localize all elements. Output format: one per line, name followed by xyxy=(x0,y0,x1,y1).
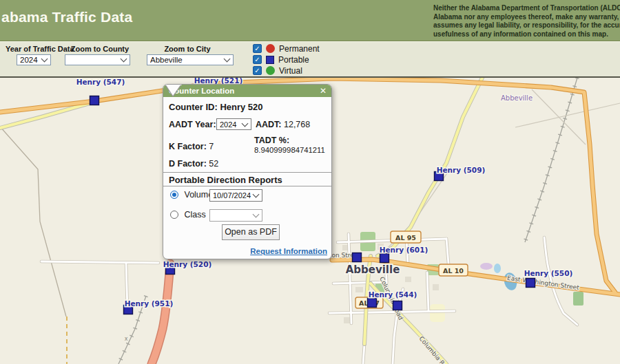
divider xyxy=(163,172,331,173)
legend-row-virtual: ✓ Virtual xyxy=(253,66,302,75)
chevron-down-icon xyxy=(253,191,260,198)
portable-label: Portable xyxy=(278,55,309,65)
counter-id-value: Henry 520 xyxy=(220,102,262,112)
class-radio[interactable] xyxy=(170,211,178,219)
class-select[interactable] xyxy=(209,209,262,222)
chevron-down-icon xyxy=(242,120,249,127)
marker-henry-601-b[interactable] xyxy=(380,254,389,263)
marker-henry-550[interactable] xyxy=(526,279,535,288)
chevron-down-icon xyxy=(253,211,260,218)
toolbar: Year of Traffic Data 2024 Zoom to County… xyxy=(0,41,620,78)
virtual-checkbox[interactable]: ✓ xyxy=(253,66,262,75)
divider xyxy=(163,186,331,186)
page-title: abama Traffic Data xyxy=(1,9,132,25)
k-factor-row: K Factor: 7 xyxy=(169,142,214,151)
request-information-link[interactable]: Request Information xyxy=(250,247,327,255)
disclaimer-line: usefulness of any information contained … xyxy=(433,30,620,39)
permanent-checkbox[interactable]: ✓ xyxy=(253,44,262,53)
class-row: Class xyxy=(170,210,206,220)
aadt-label: AADT: xyxy=(256,120,282,129)
legend-row-portable: ✓ Portable xyxy=(253,55,309,64)
road-label-columbia-road: Columbia Road xyxy=(417,335,453,364)
highway xyxy=(152,264,170,364)
counter-location-popup: Counter Location ✕ Counter ID: Henry 520… xyxy=(163,84,332,259)
popup-tail xyxy=(163,85,184,97)
marker-henry-601-a[interactable] xyxy=(353,253,362,262)
city-label-abbeville-small: Abbeville xyxy=(501,94,533,102)
shield-al-95: AL 95 xyxy=(395,234,416,242)
city-label-abbeville: Abbeville xyxy=(346,264,400,276)
zoom-to-city-label: Zoom to City xyxy=(153,45,222,53)
aadt-year-select[interactable]: 2024 xyxy=(216,118,251,130)
railroad-crossing-mark: x xyxy=(125,336,128,342)
permanent-label: Permanent xyxy=(279,44,320,54)
d-factor-value: 52 xyxy=(209,159,218,169)
k-factor-label: K Factor: xyxy=(169,142,207,151)
chevron-down-icon xyxy=(224,56,231,63)
site-label-henry-544: Henry (544) xyxy=(369,290,417,299)
boundary-line xyxy=(0,127,66,317)
close-icon[interactable]: ✕ xyxy=(320,85,327,97)
marker-henry-547[interactable] xyxy=(90,96,99,105)
city-select[interactable]: Abbeville xyxy=(147,54,234,65)
shield-al-10: AL 10 xyxy=(443,267,464,275)
site-label-henry-951: Henry (951) xyxy=(125,299,174,308)
portable-marker-icon xyxy=(266,56,274,64)
site-label-henry-550: Henry (550) xyxy=(524,269,573,277)
marker-henry-544-a[interactable] xyxy=(368,299,377,308)
volume-label: Volume xyxy=(184,190,213,200)
volume-radio[interactable] xyxy=(170,191,178,199)
tadt-label: TADT %: xyxy=(254,136,289,145)
section-title: Portable Direction Reports xyxy=(169,175,282,185)
volume-row: Volume xyxy=(170,190,213,200)
site-label-henry-547: Henry (547) xyxy=(76,78,125,86)
chevron-down-icon xyxy=(121,56,127,63)
disclaimer-line: assumes any legal liability, or responsi… xyxy=(433,21,620,30)
county-select[interactable] xyxy=(65,54,130,65)
k-factor-value: 7 xyxy=(209,142,214,151)
d-factor-row: D Factor: 52 xyxy=(169,159,218,169)
tadt-value: 8.940999984741211 xyxy=(254,146,325,154)
aadt-row: AADT: 12,768 xyxy=(256,120,310,129)
site-label-henry-520: Henry (520) xyxy=(163,260,212,268)
year-of-traffic-data-label: Year of Traffic Data xyxy=(6,45,74,53)
class-label: Class xyxy=(184,210,205,220)
open-as-pdf-button[interactable]: Open as PDF xyxy=(222,224,280,240)
alabama-traffic-data-app: abama Traffic Data Neither the Alabama D… xyxy=(0,0,620,364)
disclaimer-text: Neither the Alabama Department of Transp… xyxy=(433,4,620,39)
counter-id-row: Counter ID: Henry 520 xyxy=(169,102,263,112)
aadt-year-label: AADT Year: xyxy=(169,120,216,129)
portable-checkbox[interactable]: ✓ xyxy=(253,55,262,64)
zoom-to-county-label: Zoom to County xyxy=(65,45,134,53)
permanent-marker-icon xyxy=(266,44,275,53)
legend-row-permanent: ✓ Permanent xyxy=(253,44,320,53)
site-label-henry-601: Henry (601) xyxy=(380,246,428,254)
d-factor-label: D Factor: xyxy=(169,159,207,169)
disclaimer-line: Alabama nor any employees thereof, make … xyxy=(433,13,620,22)
counter-id-label: Counter ID: xyxy=(169,102,218,112)
aadt-value: 12,768 xyxy=(284,120,310,129)
virtual-label: Virtual xyxy=(279,66,302,76)
virtual-marker-icon xyxy=(266,66,275,75)
volume-date-select[interactable]: 10/07/2024 xyxy=(209,189,262,202)
marker-henry-544-b[interactable] xyxy=(393,301,402,310)
year-select[interactable]: 2024 xyxy=(17,54,51,65)
header: abama Traffic Data Neither the Alabama D… xyxy=(0,0,620,41)
disclaimer-line: Neither the Alabama Department of Transp… xyxy=(433,4,620,13)
chevron-down-icon xyxy=(41,56,48,63)
map-container: ton Street East Washington Street Columb… xyxy=(0,78,620,364)
popup-titlebar: Counter Location ✕ xyxy=(163,85,331,97)
site-label-henry-509: Henry (509) xyxy=(437,166,486,174)
